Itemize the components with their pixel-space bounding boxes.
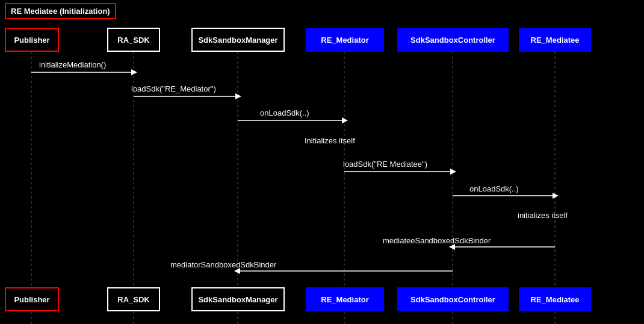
msg-load-sdk-re-mediatee: loadSdk("RE Mediatee") — [343, 160, 427, 169]
svg-marker-13 — [450, 169, 456, 175]
ra-sdk-box-top: RA_SDK — [107, 28, 160, 52]
msg-on-load-sdk-2: onLoadSdk(..) — [469, 184, 519, 193]
publisher-box-top: Publisher — [5, 28, 59, 52]
ra-sdk-box-bottom: RA_SDK — [107, 287, 160, 311]
diagram-container: RE Mediatee (Initialization) Publisher R… — [0, 0, 644, 324]
sdk-sandbox-controller-box-top: SdkSandboxController — [397, 28, 509, 52]
re-mediator-box-top: RE_Mediator — [306, 28, 384, 52]
sdk-sandbox-manager-box-top: SdkSandboxManager — [191, 28, 285, 52]
msg-initializes-itself-1: Initializes itself — [305, 136, 355, 145]
svg-marker-9 — [235, 93, 241, 99]
svg-marker-15 — [553, 193, 559, 199]
msg-mediatee-sandboxed-sdk-binder: mediateeSandboxedSdkBinder — [383, 236, 491, 245]
re-mediatee-box-bottom: RE_Mediatee — [519, 287, 591, 311]
svg-marker-7 — [131, 69, 137, 75]
publisher-box-bottom: Publisher — [5, 287, 59, 311]
sdk-sandbox-controller-box-bottom: SdkSandboxController — [397, 287, 509, 311]
svg-marker-11 — [342, 117, 348, 123]
msg-on-load-sdk-1: onLoadSdk(..) — [260, 108, 309, 117]
diagram-title: RE Mediatee (Initialization) — [5, 3, 116, 19]
msg-load-sdk-re-mediator: loadSdk("RE_Mediator") — [131, 84, 216, 93]
re-mediator-box-bottom: RE_Mediator — [306, 287, 384, 311]
msg-mediator-sandboxed-sdk-binder: mediatorSandboxedSdkBinder — [170, 260, 276, 269]
msg-initialize-mediation: initializeMediation() — [39, 60, 106, 69]
sdk-sandbox-manager-box-bottom: SdkSandboxManager — [191, 287, 285, 311]
re-mediatee-box-top: RE_Mediatee — [519, 28, 591, 52]
msg-initializes-itself-2: initializes itself — [518, 211, 568, 220]
